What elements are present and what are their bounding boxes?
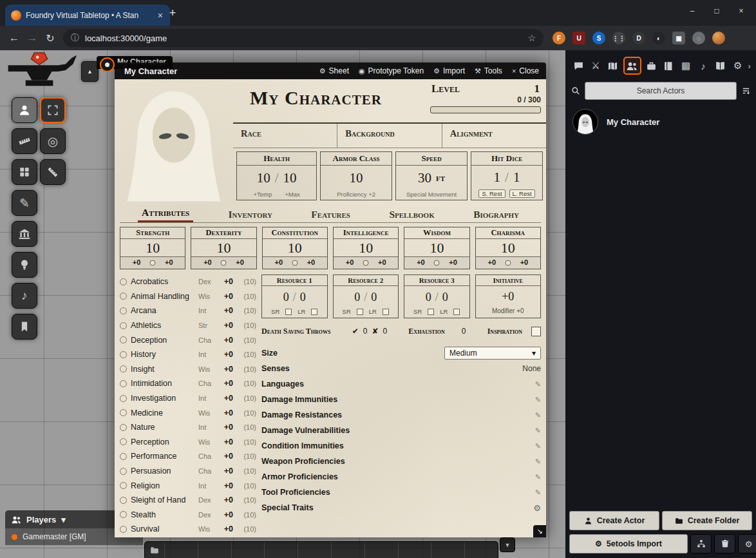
items-tab-icon[interactable] bbox=[644, 59, 658, 73]
close-window-button[interactable]: × bbox=[729, 1, 753, 21]
resource-label[interactable]: Resource 2 bbox=[334, 275, 399, 286]
edit-trait-icon[interactable]: ✎ bbox=[535, 396, 541, 404]
create-folder-button[interactable]: Create Folder bbox=[662, 511, 752, 530]
macro-slot[interactable] bbox=[398, 542, 431, 558]
collapse-sidebar-icon[interactable]: › bbox=[748, 61, 751, 71]
edit-trait-icon[interactable]: ✎ bbox=[535, 442, 541, 450]
actors-tab-icon[interactable] bbox=[623, 57, 641, 75]
skill-proficiency-toggle[interactable] bbox=[120, 293, 127, 300]
ability-save[interactable]: +0 bbox=[295, 257, 327, 269]
ability-proficiency-toggle[interactable] bbox=[150, 260, 156, 266]
hp-max-input[interactable]: 10 bbox=[283, 170, 296, 186]
skill-proficiency-toggle[interactable] bbox=[120, 278, 127, 285]
lr-checkbox[interactable] bbox=[453, 309, 460, 315]
edit-trait-icon[interactable]: ✎ bbox=[535, 411, 541, 419]
skill-proficiency-toggle[interactable] bbox=[120, 438, 127, 445]
playlists-tab-icon[interactable]: ♪ bbox=[696, 59, 710, 73]
compendium-tab-icon[interactable] bbox=[713, 59, 728, 73]
minimize-button[interactable]: – bbox=[680, 1, 704, 21]
ability-save[interactable]: +0 bbox=[153, 257, 185, 269]
extension-icon[interactable]: ▣ bbox=[672, 32, 685, 44]
url-text[interactable]: localhost:30000/game bbox=[85, 34, 522, 43]
extension-icon[interactable]: ◌ bbox=[692, 32, 705, 44]
address-bar[interactable]: ⓘ localhost:30000/game ☆ bbox=[63, 29, 543, 47]
special-movement-label[interactable]: Special Movement bbox=[406, 191, 457, 198]
edit-trait-icon[interactable]: ✎ bbox=[535, 488, 541, 497]
resize-handle[interactable]: ↘ bbox=[533, 525, 546, 537]
death-fail-count[interactable]: 0 bbox=[383, 327, 388, 336]
xp-value[interactable]: 0 / 300 bbox=[430, 95, 541, 104]
skill-row[interactable]: Deception Cha +0 (10) bbox=[120, 332, 256, 347]
skill-row[interactable]: Perception Wis +0 (10) bbox=[120, 435, 256, 450]
death-success-count[interactable]: 0 bbox=[363, 327, 368, 336]
hd-max[interactable]: 1 bbox=[513, 169, 520, 186]
skill-row[interactable]: Stealth Dex +0 (10) bbox=[120, 508, 256, 523]
skill-proficiency-toggle[interactable] bbox=[120, 468, 127, 475]
ability-save[interactable]: +0 bbox=[224, 257, 256, 269]
exhaustion-value[interactable]: 0 bbox=[462, 327, 466, 336]
ability-save[interactable]: +0 bbox=[437, 257, 469, 269]
extension-icon[interactable]: D bbox=[632, 32, 645, 44]
skill-proficiency-toggle[interactable] bbox=[120, 322, 127, 329]
extension-icon[interactable]: ◐ bbox=[652, 32, 665, 44]
maximize-button[interactable]: □ bbox=[704, 1, 729, 21]
ability-label[interactable]: Dexterity bbox=[191, 227, 256, 239]
macro-slot[interactable] bbox=[364, 542, 398, 558]
walls-tool-button[interactable] bbox=[12, 221, 37, 247]
settings-tab-icon[interactable]: ⚙ bbox=[731, 59, 745, 73]
macro-slot[interactable] bbox=[298, 542, 331, 558]
ability-score-input[interactable]: 10 bbox=[120, 239, 185, 256]
skill-row[interactable]: Acrobatics Dex +0 (10) bbox=[120, 274, 256, 289]
skill-proficiency-toggle[interactable] bbox=[120, 395, 127, 402]
folder-tree-button[interactable] bbox=[690, 534, 712, 553]
edit-trait-icon[interactable]: ✎ bbox=[535, 380, 541, 389]
sort-icon[interactable] bbox=[741, 86, 751, 95]
skill-row[interactable]: Intimidation Cha +0 (10) bbox=[120, 376, 256, 391]
ability-mod[interactable]: +0 bbox=[120, 257, 153, 269]
ability-mod[interactable]: +0 bbox=[191, 257, 223, 269]
skill-row[interactable]: History Int +0 (10) bbox=[120, 347, 256, 362]
window-titlebar[interactable]: My Character ⚙ Sheet ◉ Prototype Token ⚙… bbox=[115, 63, 546, 79]
skill-proficiency-toggle[interactable] bbox=[120, 424, 127, 431]
skill-proficiency-toggle[interactable] bbox=[120, 497, 127, 504]
skill-proficiency-toggle[interactable] bbox=[120, 482, 127, 489]
hp-current-input[interactable]: 10 bbox=[257, 170, 270, 186]
tiles-tool-button[interactable] bbox=[12, 159, 37, 185]
skill-proficiency-toggle[interactable] bbox=[120, 409, 127, 416]
macro-slot[interactable] bbox=[464, 542, 498, 558]
reload-button[interactable]: ↻ bbox=[41, 32, 59, 44]
edit-trait-icon[interactable]: ✎ bbox=[535, 473, 541, 481]
skill-proficiency-toggle[interactable] bbox=[120, 365, 127, 372]
skill-proficiency-toggle[interactable] bbox=[120, 351, 127, 358]
resource-value[interactable]: 0 bbox=[426, 291, 431, 304]
ability-proficiency-toggle[interactable] bbox=[363, 260, 369, 266]
skill-row[interactable]: Religion Int +0 (10) bbox=[120, 478, 256, 493]
extension-icon[interactable]: F bbox=[553, 32, 565, 44]
size-select[interactable]: Medium ▾ bbox=[444, 347, 541, 360]
special-traits-gear-icon[interactable]: ⚙ bbox=[533, 503, 541, 513]
skill-row[interactable]: Performance Cha +0 (10) bbox=[120, 449, 256, 464]
hp-temp-label[interactable]: +Temp bbox=[253, 191, 272, 198]
sr-checkbox[interactable] bbox=[357, 309, 363, 315]
collapse-controls-button[interactable]: ▲ bbox=[81, 61, 99, 82]
macro-slot[interactable] bbox=[264, 542, 298, 558]
ability-label[interactable]: Constitution bbox=[263, 227, 327, 239]
skill-proficiency-toggle[interactable] bbox=[120, 307, 127, 314]
site-info-icon[interactable]: ⓘ bbox=[71, 32, 79, 44]
ability-mod[interactable]: +0 bbox=[476, 257, 508, 269]
sr-checkbox[interactable] bbox=[285, 309, 292, 315]
ability-mod[interactable]: +0 bbox=[334, 257, 366, 269]
select-tokens-tool-button[interactable] bbox=[40, 97, 66, 123]
edit-trait-icon[interactable]: ✎ bbox=[535, 427, 541, 435]
resource-label[interactable]: Resource 1 bbox=[262, 275, 327, 286]
resource-max[interactable]: 0 bbox=[371, 291, 377, 304]
extension-icon[interactable]: S bbox=[592, 32, 605, 44]
sheet-config-button[interactable]: ⚙ Sheet bbox=[319, 66, 349, 75]
ability-score-input[interactable]: 10 bbox=[404, 239, 469, 256]
create-actor-button[interactable]: Create Actor bbox=[569, 511, 659, 530]
ability-save[interactable]: +0 bbox=[366, 257, 398, 269]
sheet-tab[interactable]: Attributes bbox=[138, 206, 193, 222]
sheet-tab[interactable]: Spellbook bbox=[385, 207, 438, 222]
ac-value[interactable]: 10 bbox=[350, 170, 363, 186]
combat-tab-icon[interactable]: ⚔ bbox=[589, 59, 603, 73]
